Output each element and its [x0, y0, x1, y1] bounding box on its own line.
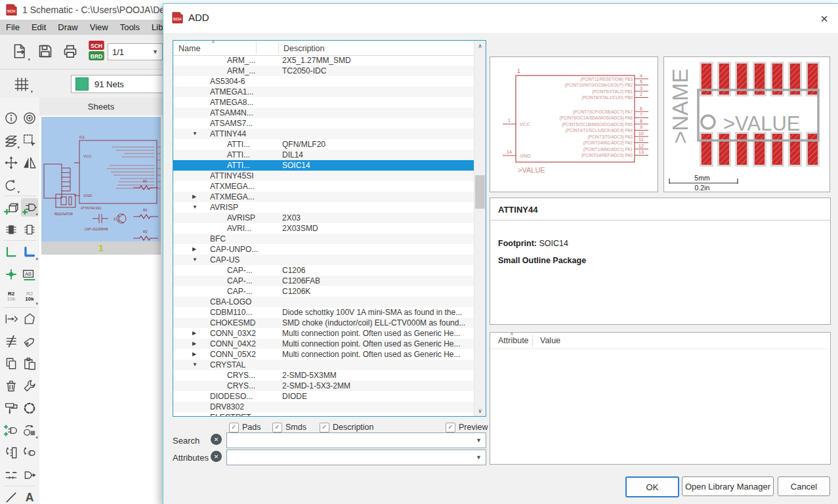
- group-tool[interactable]: [21, 399, 38, 417]
- attribute-tool[interactable]: [21, 332, 38, 350]
- sch-brd-switch-icon[interactable]: SCHBRD: [88, 40, 105, 64]
- expand-icon[interactable]: ▶: [192, 328, 196, 339]
- cycle-tool[interactable]: ▾: [21, 421, 38, 440]
- rotate-tool[interactable]: ▾: [3, 176, 20, 194]
- polygon-tool[interactable]: [21, 310, 38, 328]
- pinswap-tool[interactable]: [3, 310, 20, 328]
- expand-icon[interactable]: ▶: [192, 244, 196, 255]
- checkbox-description[interactable]: ✓: [320, 423, 329, 432]
- netclass-tool[interactable]: [3, 332, 20, 350]
- swap-gate-tool[interactable]: [3, 444, 20, 462]
- group-select-tool[interactable]: [21, 131, 38, 150]
- line-tool[interactable]: [3, 488, 20, 504]
- replace-tool[interactable]: [3, 220, 20, 239]
- tree-row[interactable]: ▶CONN_05X2Multi connection point. Often …: [173, 349, 474, 360]
- close-icon[interactable]: ✕: [817, 12, 831, 26]
- junction-tool[interactable]: [3, 265, 20, 284]
- tree-row[interactable]: CHOKESMDSMD choke (inductor/coil) ELL-CT…: [173, 318, 474, 328]
- tree-scrollbar[interactable]: ∧ ∨: [474, 41, 486, 416]
- expand-icon[interactable]: ▶: [192, 349, 196, 360]
- tree-row[interactable]: ATMEGA1...: [173, 87, 474, 97]
- tree-row[interactable]: ATSAM4N...: [173, 108, 474, 118]
- text-tool[interactable]: A: [21, 488, 38, 504]
- tree-row[interactable]: AVRISP2X03: [173, 213, 474, 223]
- tree-row[interactable]: ATTINY45SI: [173, 171, 474, 181]
- export-button[interactable]: ▾: [9, 41, 29, 61]
- mirror-tool[interactable]: [21, 154, 38, 172]
- menu-item-draw[interactable]: Draw: [52, 20, 83, 35]
- tree-row[interactable]: ▼CAP-US: [173, 255, 474, 265]
- attributes-input[interactable]: ▼: [226, 450, 486, 465]
- tree-row[interactable]: CAP-...C1206: [173, 265, 474, 276]
- tree-row[interactable]: ATTI...QFN/MLF20: [173, 139, 474, 150]
- tree-column-name[interactable]: Name: [178, 44, 200, 53]
- paint-tool[interactable]: [3, 399, 20, 417]
- tree-column-description[interactable]: Description: [283, 44, 325, 53]
- cancel-button[interactable]: Cancel: [778, 476, 830, 496]
- tree-row[interactable]: ATSAMS7...: [173, 118, 474, 129]
- expand-icon[interactable]: ▶: [192, 192, 196, 202]
- expand-icon[interactable]: ▶: [192, 339, 196, 349]
- tree-row[interactable]: CAP-...C1206K: [173, 286, 474, 297]
- collapse-icon[interactable]: ▼: [192, 255, 198, 265]
- collapse-icon[interactable]: ▼: [192, 360, 198, 370]
- column-divider[interactable]: [256, 42, 257, 54]
- tree-row[interactable]: ▶CAP-UNPO...: [173, 244, 474, 255]
- menu-item-tools[interactable]: Tools: [114, 20, 146, 35]
- checkbox-preview[interactable]: ✓: [446, 423, 455, 432]
- print-button[interactable]: [60, 41, 80, 61]
- menu-item-file[interactable]: File: [0, 20, 26, 35]
- tree-row[interactable]: ATXMEGA...: [173, 181, 474, 192]
- scrollbar-thumb[interactable]: [475, 175, 485, 209]
- tree-row[interactable]: ATTI...DIL14: [173, 150, 474, 160]
- ok-button[interactable]: OK: [625, 476, 679, 497]
- column-divider[interactable]: [278, 42, 279, 54]
- tree-row[interactable]: ARM_...TC2050-IDC: [173, 66, 474, 76]
- tree-row[interactable]: CBA-LOGO: [173, 297, 474, 307]
- tree-row[interactable]: BFC: [173, 234, 474, 244]
- sheet-number-tab[interactable]: 1: [41, 242, 161, 255]
- attribute-column[interactable]: Attribute: [498, 336, 529, 345]
- tree-row[interactable]: ▶CONN_04X2Multi connection point. Often …: [173, 339, 474, 349]
- display-layers-tool[interactable]: ▾: [3, 131, 20, 150]
- menu-item-edit[interactable]: Edit: [26, 20, 52, 35]
- tree-row[interactable]: AVRI...2X03SMD: [173, 223, 474, 234]
- grid-button[interactable]: ▾: [12, 74, 31, 93]
- change-tool[interactable]: [21, 377, 38, 395]
- tree-row[interactable]: AS5304-6: [173, 76, 474, 87]
- tree-row[interactable]: DRV8302: [173, 402, 474, 412]
- scroll-down-icon[interactable]: ∨: [474, 406, 486, 416]
- value-tool[interactable]: R210k▾: [21, 287, 38, 306]
- tree-row[interactable]: ATMEGA8...: [173, 97, 474, 108]
- tree-row[interactable]: ARM_...2X5_1.27MM_SMD: [173, 55, 474, 66]
- search-input[interactable]: ▼: [226, 432, 486, 448]
- value-column[interactable]: Value: [540, 336, 560, 345]
- save-button[interactable]: [35, 41, 55, 61]
- show-tool[interactable]: [21, 109, 38, 127]
- tree-row[interactable]: ELECTRET: [173, 412, 474, 416]
- checkbox-smds[interactable]: ✓: [272, 423, 282, 432]
- add-gate-tool[interactable]: ▾: [21, 198, 38, 217]
- paste-tool[interactable]: [21, 354, 38, 373]
- layer-dropdown[interactable]: 91 Nets: [71, 75, 167, 93]
- sheet-selector-dropdown[interactable]: 1/1▼: [108, 43, 163, 60]
- column-divider[interactable]: [532, 335, 533, 346]
- tree-row[interactable]: CRYS...2-SMD-1-5X3-2MM: [173, 381, 474, 391]
- bus-tool[interactable]: ▾: [21, 243, 38, 261]
- move-tool[interactable]: [3, 154, 20, 172]
- collapse-icon[interactable]: ▼: [192, 129, 198, 139]
- name-tool[interactable]: R210k: [3, 287, 20, 306]
- tree-row[interactable]: ATTI...SOIC14: [173, 160, 474, 171]
- package-tool[interactable]: [21, 220, 38, 239]
- menu-item-view[interactable]: View: [84, 20, 114, 35]
- tree-row[interactable]: ▼ATTINY44: [173, 129, 474, 139]
- gateswap-tool[interactable]: [3, 421, 20, 440]
- label-tool[interactable]: AB: [21, 265, 38, 284]
- tree-row[interactable]: ▼CRYSTAL: [173, 360, 474, 370]
- tree-row[interactable]: ▼AVRISP: [173, 202, 474, 213]
- swap-pin-tool[interactable]: [21, 444, 38, 462]
- copy-tool[interactable]: [3, 354, 20, 373]
- checkbox-pads[interactable]: ✓: [229, 423, 239, 432]
- collapse-icon[interactable]: ▼: [192, 202, 198, 213]
- tree-row[interactable]: DIODESO...DIODE: [173, 391, 474, 402]
